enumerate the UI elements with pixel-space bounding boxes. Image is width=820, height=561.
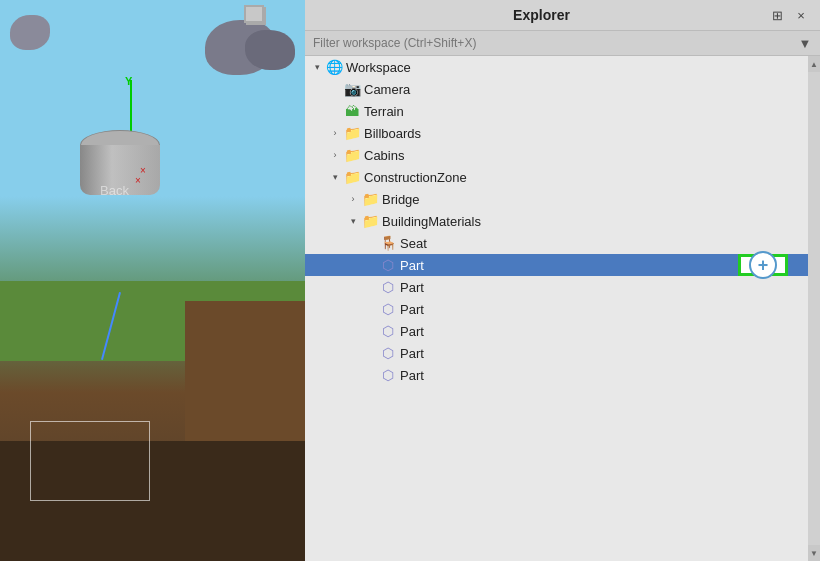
tree-item-workspace[interactable]: 🌐Workspace xyxy=(305,56,808,78)
item-label-billboards: Billboards xyxy=(364,126,421,141)
expand-btn-part3 xyxy=(363,301,379,317)
pin-button[interactable]: ⊞ xyxy=(768,6,786,24)
tree-item-part3[interactable]: ⬡Part xyxy=(305,298,808,320)
tree-item-terrain[interactable]: 🏔Terrain xyxy=(305,100,808,122)
cylinder-body: Back × × xyxy=(80,145,160,195)
expand-btn-bridge[interactable] xyxy=(345,191,361,207)
item-label-camera: Camera xyxy=(364,82,410,97)
item-icon-billboards: 📁 xyxy=(343,124,361,142)
explorer-header: Explorer ⊞ × xyxy=(305,0,820,31)
tree-item-seat[interactable]: 🪑Seat xyxy=(305,232,808,254)
expand-btn-camera xyxy=(327,81,343,97)
item-label-part3: Part xyxy=(400,302,424,317)
scroll-up-arrow[interactable]: ▲ xyxy=(808,56,820,72)
floor-outline xyxy=(30,421,150,501)
add-icon: + xyxy=(749,251,777,279)
tree-container: 🌐Workspace 📷Camera 🏔Terrain📁Billboards📁C… xyxy=(305,56,808,561)
item-label-part2: Part xyxy=(400,280,424,295)
item-icon-part5: ⬡ xyxy=(379,344,397,362)
item-label-constructionzone: ConstructionZone xyxy=(364,170,467,185)
expand-btn-billboards[interactable] xyxy=(327,125,343,141)
item-label-cabins: Cabins xyxy=(364,148,404,163)
viewport: Y Back × × xyxy=(0,0,305,561)
back-label: Back xyxy=(100,183,129,198)
tree-item-part2[interactable]: ⬡Part xyxy=(305,276,808,298)
filter-bar: ▼ xyxy=(305,31,820,56)
scrollbar[interactable]: ▲ ▼ xyxy=(808,56,820,561)
terrain-floor xyxy=(0,441,305,561)
tree-item-bridge[interactable]: 📁Bridge xyxy=(305,188,808,210)
item-label-seat: Seat xyxy=(400,236,427,251)
page-copy-icon xyxy=(244,5,266,23)
header-icons: ⊞ × xyxy=(768,6,810,24)
item-label-terrain: Terrain xyxy=(364,104,404,119)
tree-item-constructionzone[interactable]: 📁ConstructionZone xyxy=(305,166,808,188)
rock-decoration-2 xyxy=(245,30,295,70)
item-icon-constructionzone: 📁 xyxy=(343,168,361,186)
expand-btn-part4 xyxy=(363,323,379,339)
expand-btn-part5 xyxy=(363,345,379,361)
item-icon-part3: ⬡ xyxy=(379,300,397,318)
explorer-title: Explorer xyxy=(315,7,768,23)
expand-btn-part1 xyxy=(363,257,379,273)
expand-btn-part6 xyxy=(363,367,379,383)
expand-btn-part2 xyxy=(363,279,379,295)
tree-item-part4[interactable]: ⬡Part xyxy=(305,320,808,342)
viewport-tab-icon[interactable] xyxy=(230,0,280,28)
item-label-workspace: Workspace xyxy=(346,60,411,75)
tree-item-part6[interactable]: ⬡Part xyxy=(305,364,808,386)
y-axis-label: Y xyxy=(125,75,132,87)
item-icon-workspace: 🌐 xyxy=(325,58,343,76)
expand-btn-workspace[interactable] xyxy=(309,59,325,75)
expand-btn-constructionzone[interactable] xyxy=(327,169,343,185)
scroll-down-arrow[interactable]: ▼ xyxy=(808,545,820,561)
item-icon-part2: ⬡ xyxy=(379,278,397,296)
close-button[interactable]: × xyxy=(792,6,810,24)
item-label-bridge: Bridge xyxy=(382,192,420,207)
filter-input[interactable] xyxy=(313,36,798,50)
item-icon-bridge: 📁 xyxy=(361,190,379,208)
item-icon-terrain: 🏔 xyxy=(343,102,361,120)
tree-item-cabins[interactable]: 📁Cabins xyxy=(305,144,808,166)
item-label-part6: Part xyxy=(400,368,424,383)
item-label-part4: Part xyxy=(400,324,424,339)
item-icon-seat: 🪑 xyxy=(379,234,397,252)
item-label-part5: Part xyxy=(400,346,424,361)
viewport-background: Y Back × × xyxy=(0,0,305,561)
item-icon-cabins: 📁 xyxy=(343,146,361,164)
item-label-buildingmaterials: BuildingMaterials xyxy=(382,214,481,229)
expand-btn-cabins[interactable] xyxy=(327,147,343,163)
item-icon-part4: ⬡ xyxy=(379,322,397,340)
3d-cylinder-object: Back × × xyxy=(80,130,160,200)
expand-btn-buildingmaterials[interactable] xyxy=(345,213,361,229)
explorer-panel: Explorer ⊞ × ▼ 🌐Workspace 📷Camera 🏔Terra… xyxy=(305,0,820,561)
tree-scroll-area: 🌐Workspace 📷Camera 🏔Terrain📁Billboards📁C… xyxy=(305,56,820,561)
item-icon-buildingmaterials: 📁 xyxy=(361,212,379,230)
tree-item-camera[interactable]: 📷Camera xyxy=(305,78,808,100)
tree-item-part1[interactable]: ⬡Part+ xyxy=(305,254,808,276)
axis-x-marker-2: × xyxy=(135,175,141,186)
item-label-part1: Part xyxy=(400,258,424,273)
add-item-button[interactable]: + xyxy=(738,254,788,276)
expand-btn-terrain xyxy=(327,103,343,119)
filter-dropdown-arrow[interactable]: ▼ xyxy=(798,36,812,50)
tree-item-billboards[interactable]: 📁Billboards xyxy=(305,122,808,144)
item-icon-part6: ⬡ xyxy=(379,366,397,384)
tree-item-buildingmaterials[interactable]: 📁BuildingMaterials xyxy=(305,210,808,232)
item-icon-part1: ⬡ xyxy=(379,256,397,274)
rock-decoration-3 xyxy=(10,15,50,50)
tree-item-part5[interactable]: ⬡Part xyxy=(305,342,808,364)
item-icon-camera: 📷 xyxy=(343,80,361,98)
expand-btn-seat xyxy=(363,235,379,251)
